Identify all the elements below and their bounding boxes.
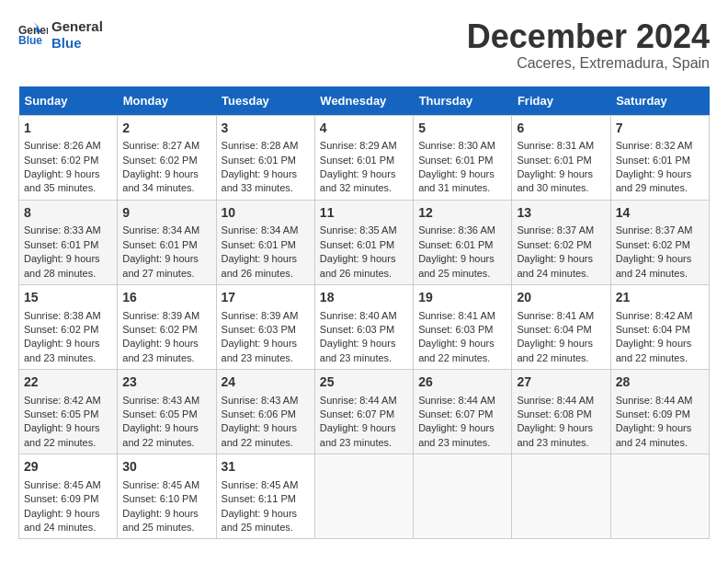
weekday-tuesday: Tuesday <box>216 86 314 116</box>
sunset-info: Sunset: 6:09 PM <box>24 493 98 504</box>
calendar-cell: 26Sunrise: 8:44 AMSunset: 6:07 PMDayligh… <box>414 370 512 454</box>
day-number: 20 <box>517 289 605 307</box>
weekday-monday: Monday <box>118 86 216 116</box>
weekday-wednesday: Wednesday <box>314 86 413 116</box>
svg-text:Blue: Blue <box>18 34 42 47</box>
daylight-info: Daylight: 9 hours and 27 minutes. <box>122 253 199 278</box>
daylight-info: Daylight: 9 hours and 31 minutes. <box>418 168 495 193</box>
daylight-info: Daylight: 9 hours and 29 minutes. <box>616 168 692 193</box>
calendar-cell <box>512 454 610 539</box>
sunrise-info: Sunrise: 8:34 AM <box>122 224 199 236</box>
calendar-subtitle: Caceres, Extremadura, Spain <box>467 55 710 72</box>
calendar-cell: 30Sunrise: 8:45 AMSunset: 6:10 PMDayligh… <box>118 454 216 539</box>
sunrise-info: Sunrise: 8:45 AM <box>222 479 299 490</box>
day-number: 24 <box>222 373 310 392</box>
sunrise-info: Sunrise: 8:31 AM <box>517 140 594 151</box>
calendar-cell: 3Sunrise: 8:28 AMSunset: 6:01 PMDaylight… <box>216 115 314 200</box>
week-row-4: 22Sunrise: 8:42 AMSunset: 6:05 PMDayligh… <box>19 370 710 454</box>
calendar-title: December 2024 <box>467 18 710 55</box>
sunset-info: Sunset: 6:04 PM <box>616 324 690 335</box>
calendar-cell: 12Sunrise: 8:36 AMSunset: 6:01 PMDayligh… <box>414 200 512 284</box>
sunrise-info: Sunrise: 8:32 AM <box>616 140 693 151</box>
calendar-cell: 9Sunrise: 8:34 AMSunset: 6:01 PMDaylight… <box>118 200 216 284</box>
sunset-info: Sunset: 6:02 PM <box>24 155 98 166</box>
calendar-cell: 21Sunrise: 8:42 AMSunset: 6:04 PMDayligh… <box>610 284 709 369</box>
day-number: 30 <box>122 458 210 477</box>
daylight-info: Daylight: 9 hours and 25 minutes. <box>418 253 495 278</box>
sunrise-info: Sunrise: 8:45 AM <box>24 479 101 490</box>
sunrise-info: Sunrise: 8:39 AM <box>122 310 199 321</box>
daylight-info: Daylight: 9 hours and 22 minutes. <box>222 422 298 447</box>
calendar-cell: 24Sunrise: 8:43 AMSunset: 6:06 PMDayligh… <box>216 370 314 454</box>
sunset-info: Sunset: 6:07 PM <box>320 408 394 419</box>
sunset-info: Sunset: 6:02 PM <box>24 324 98 335</box>
sunrise-info: Sunrise: 8:29 AM <box>320 140 397 151</box>
logo: General Blue General Blue <box>18 18 103 52</box>
day-number: 6 <box>517 120 605 138</box>
sunset-info: Sunset: 6:01 PM <box>616 155 690 166</box>
calendar-cell: 19Sunrise: 8:41 AMSunset: 6:03 PMDayligh… <box>414 284 512 369</box>
calendar-cell: 16Sunrise: 8:39 AMSunset: 6:02 PMDayligh… <box>118 284 216 369</box>
sunset-info: Sunset: 6:01 PM <box>320 239 394 250</box>
sunrise-info: Sunrise: 8:44 AM <box>418 395 495 406</box>
daylight-info: Daylight: 9 hours and 23 minutes. <box>320 338 396 362</box>
sunset-info: Sunset: 6:06 PM <box>222 408 296 419</box>
sunset-info: Sunset: 6:11 PM <box>222 493 296 504</box>
sunrise-info: Sunrise: 8:40 AM <box>320 310 397 321</box>
calendar-cell <box>414 454 512 539</box>
calendar-cell: 8Sunrise: 8:33 AMSunset: 6:01 PMDaylight… <box>19 200 118 284</box>
logo-general: General <box>51 18 103 35</box>
week-row-2: 8Sunrise: 8:33 AMSunset: 6:01 PMDaylight… <box>19 200 710 284</box>
daylight-info: Daylight: 9 hours and 26 minutes. <box>222 253 298 278</box>
sunset-info: Sunset: 6:01 PM <box>24 239 98 250</box>
logo-icon: General Blue <box>18 22 48 48</box>
sunrise-info: Sunrise: 8:42 AM <box>616 310 693 321</box>
sunset-info: Sunset: 6:01 PM <box>222 155 296 166</box>
day-number: 18 <box>320 289 408 307</box>
daylight-info: Daylight: 9 hours and 23 minutes. <box>222 338 298 362</box>
daylight-info: Daylight: 9 hours and 32 minutes. <box>320 168 396 193</box>
sunset-info: Sunset: 6:02 PM <box>616 239 690 250</box>
week-row-1: 1Sunrise: 8:26 AMSunset: 6:02 PMDaylight… <box>19 115 710 200</box>
sunrise-info: Sunrise: 8:39 AM <box>222 310 299 321</box>
daylight-info: Daylight: 9 hours and 34 minutes. <box>122 168 199 193</box>
weekday-header-row: SundayMondayTuesdayWednesdayThursdayFrid… <box>19 86 710 116</box>
sunset-info: Sunset: 6:03 PM <box>320 324 394 335</box>
daylight-info: Daylight: 9 hours and 24 minutes. <box>616 422 692 447</box>
daylight-info: Daylight: 9 hours and 28 minutes. <box>24 253 100 278</box>
daylight-info: Daylight: 9 hours and 24 minutes. <box>517 253 593 278</box>
sunset-info: Sunset: 6:05 PM <box>24 408 98 419</box>
sunrise-info: Sunrise: 8:43 AM <box>222 395 299 406</box>
calendar-cell: 28Sunrise: 8:44 AMSunset: 6:09 PMDayligh… <box>610 370 709 454</box>
sunrise-info: Sunrise: 8:34 AM <box>222 224 299 236</box>
day-number: 14 <box>616 204 704 223</box>
calendar-cell <box>314 454 413 539</box>
calendar-cell: 20Sunrise: 8:41 AMSunset: 6:04 PMDayligh… <box>512 284 610 369</box>
sunset-info: Sunset: 6:08 PM <box>517 408 591 419</box>
daylight-info: Daylight: 9 hours and 25 minutes. <box>222 508 298 533</box>
calendar-cell: 1Sunrise: 8:26 AMSunset: 6:02 PMDaylight… <box>19 115 118 200</box>
day-number: 27 <box>517 373 605 392</box>
sunrise-info: Sunrise: 8:37 AM <box>517 224 594 236</box>
daylight-info: Daylight: 9 hours and 23 minutes. <box>320 422 396 447</box>
day-number: 29 <box>24 458 112 477</box>
calendar-cell: 22Sunrise: 8:42 AMSunset: 6:05 PMDayligh… <box>19 370 118 454</box>
page-header: General Blue General Blue December 2024 … <box>18 18 710 72</box>
daylight-info: Daylight: 9 hours and 22 minutes. <box>122 422 199 447</box>
day-number: 16 <box>122 289 210 307</box>
day-number: 15 <box>24 289 112 307</box>
day-number: 7 <box>616 120 704 138</box>
calendar-cell: 15Sunrise: 8:38 AMSunset: 6:02 PMDayligh… <box>19 284 118 369</box>
day-number: 21 <box>616 289 704 307</box>
calendar-cell: 2Sunrise: 8:27 AMSunset: 6:02 PMDaylight… <box>118 115 216 200</box>
day-number: 3 <box>222 120 310 138</box>
week-row-3: 15Sunrise: 8:38 AMSunset: 6:02 PMDayligh… <box>19 284 710 369</box>
calendar-cell: 6Sunrise: 8:31 AMSunset: 6:01 PMDaylight… <box>512 115 610 200</box>
daylight-info: Daylight: 9 hours and 23 minutes. <box>122 338 199 362</box>
weekday-saturday: Saturday <box>610 86 709 116</box>
calendar-cell: 17Sunrise: 8:39 AMSunset: 6:03 PMDayligh… <box>216 284 314 369</box>
sunrise-info: Sunrise: 8:41 AM <box>517 310 594 321</box>
sunset-info: Sunset: 6:04 PM <box>517 324 591 335</box>
sunrise-info: Sunrise: 8:38 AM <box>24 310 101 321</box>
calendar-cell: 25Sunrise: 8:44 AMSunset: 6:07 PMDayligh… <box>314 370 413 454</box>
